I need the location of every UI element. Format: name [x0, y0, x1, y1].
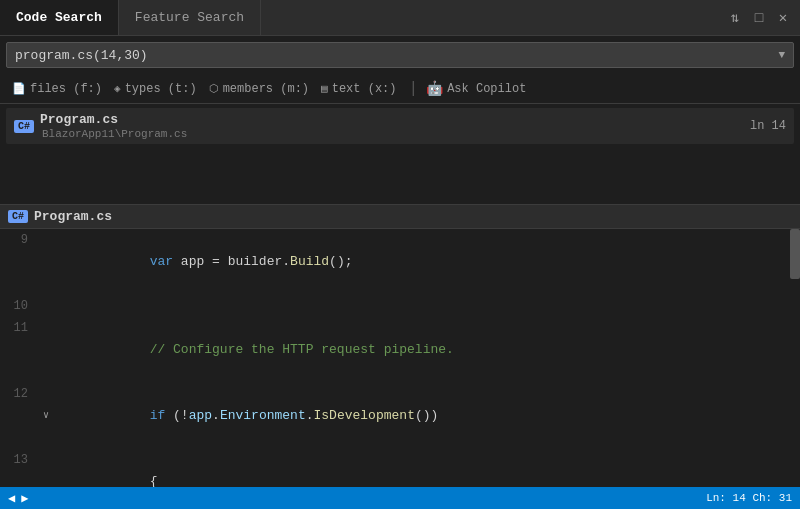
ask-copilot-button[interactable]: 🤖 Ask Copilot [426, 80, 526, 97]
filter-types[interactable]: ◈ types (t:) [110, 82, 201, 96]
pin-icon[interactable]: ⇅ [726, 9, 744, 26]
gutter-13 [36, 449, 56, 491]
code-panel: C# Program.cs 9 var app = builder.Build(… [0, 204, 800, 491]
filter-types-label: types (t:) [125, 82, 197, 96]
filter-text-label: text (x:) [332, 82, 397, 96]
code-content-9: var app = builder.Build(); [56, 229, 800, 295]
code-line-10: 10 [0, 295, 800, 317]
copilot-icon: 🤖 [426, 80, 443, 97]
status-bar: ◀ ▶ Ln: 14 Ch: 31 [0, 487, 800, 509]
code-line-11: 11 // Configure the HTTP request pipelin… [0, 317, 800, 383]
code-panel-badge: C# [8, 210, 28, 223]
filter-members-label: members (m:) [223, 82, 309, 96]
gutter-10 [36, 295, 56, 317]
title-bar: Code Search Feature Search ⇅ □ ✕ [0, 0, 800, 36]
search-dropdown-icon[interactable]: ▼ [778, 49, 785, 61]
code-area[interactable]: 9 var app = builder.Build(); 10 11 // Co… [0, 229, 800, 491]
code-line-12: 12 ∨ if (!app.Environment.IsDevelopment(… [0, 383, 800, 449]
status-nav: ◀ ▶ [8, 491, 28, 506]
filter-files[interactable]: 📄 files (f:) [8, 82, 106, 96]
ask-copilot-label: Ask Copilot [447, 82, 526, 96]
filter-tabs: 📄 files (f:) ◈ types (t:) ⬡ members (m:)… [0, 74, 800, 104]
code-content-10 [56, 295, 800, 317]
nav-left-icon[interactable]: ◀ [8, 491, 15, 506]
files-icon: 📄 [12, 82, 26, 95]
cs-badge: C# [14, 120, 34, 133]
text-icon: ▤ [321, 82, 328, 95]
file-result[interactable]: C# Program.cs BlazorApp11\Program.cs ln … [6, 108, 794, 144]
file-name: Program.cs [40, 112, 187, 127]
filter-text[interactable]: ▤ text (x:) [317, 82, 400, 96]
code-content-11: // Configure the HTTP request pipeline. [56, 317, 800, 383]
file-result-info: C# Program.cs BlazorApp11\Program.cs [14, 112, 187, 140]
gutter-12: ∨ [36, 383, 56, 449]
code-line-13: 13 { [0, 449, 800, 491]
title-bar-icons: ⇅ □ ✕ [726, 9, 800, 26]
file-path: BlazorApp11\Program.cs [40, 128, 187, 140]
filter-files-label: files (f:) [30, 82, 102, 96]
status-line-col: Ln: 14 Ch: 31 [706, 492, 792, 504]
members-icon: ⬡ [209, 82, 219, 95]
scrollbar-vertical[interactable] [790, 229, 800, 491]
nav-right-icon[interactable]: ▶ [21, 491, 28, 506]
line-num-11: 11 [0, 317, 36, 383]
search-input-value: program.cs(14,30) [15, 48, 778, 63]
code-panel-filename: Program.cs [34, 209, 112, 224]
gutter-9 [36, 229, 56, 295]
code-line-9: 9 var app = builder.Build(); [0, 229, 800, 295]
close-icon[interactable]: ✕ [774, 9, 792, 26]
line-num-12: 12 [0, 383, 36, 449]
line-num-13: 13 [0, 449, 36, 491]
line-num-10: 10 [0, 295, 36, 317]
code-content-13: { [56, 449, 800, 491]
scrollbar-thumb[interactable] [790, 229, 800, 279]
maximize-icon[interactable]: □ [750, 10, 768, 26]
tab-feature-search[interactable]: Feature Search [119, 0, 261, 35]
gutter-11 [36, 317, 56, 383]
tab-code-search[interactable]: Code Search [0, 0, 119, 35]
search-bar[interactable]: program.cs(14,30) ▼ [6, 42, 794, 68]
code-panel-header: C# Program.cs [0, 205, 800, 229]
filter-divider: | [409, 80, 419, 98]
code-content-12: if (!app.Environment.IsDevelopment()) [56, 383, 800, 449]
types-icon: ◈ [114, 82, 121, 95]
line-num-9: 9 [0, 229, 36, 295]
filter-members[interactable]: ⬡ members (m:) [205, 82, 313, 96]
file-line-info: ln 14 [750, 119, 786, 133]
